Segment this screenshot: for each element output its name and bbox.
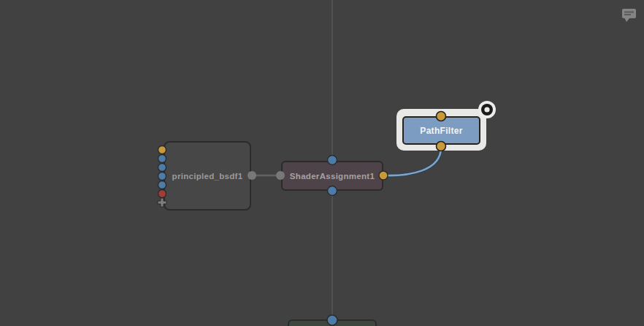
filter-wire-outline [385,148,441,175]
node-principled-bsdf1[interactable]: principled_bsdf1 [164,141,251,211]
port-principled-input-gold[interactable] [158,146,166,154]
port-pathfilter-out[interactable] [437,142,446,151]
port-shaderassignment-out[interactable] [328,186,337,196]
port-shaderassignment-filter[interactable] [379,171,388,180]
port-shaderassignment-in[interactable] [328,156,337,165]
focus-indicator[interactable] [478,101,496,118]
port-shaderassignment-shader-input[interactable] [276,171,285,180]
port-principled-input-blue-2[interactable] [158,164,166,172]
port-principled-input-blue-3[interactable] [158,173,166,181]
port-bottom-node-in[interactable] [327,315,337,325]
port-principled-input-red[interactable] [158,190,166,198]
port-principled-input-blue-1[interactable] [158,155,166,163]
port-principled-input-blue-4[interactable] [158,181,166,189]
port-principled-output[interactable] [248,171,256,180]
node-graph-canvas[interactable]: principled_bsdf1 ShaderAssignment1 PathF… [0,0,644,326]
filter-wire[interactable] [385,148,441,175]
port-pathfilter-in[interactable] [437,112,446,121]
node-pathfilter-label: PathFilter [420,126,462,136]
node-shaderassignment1-label: ShaderAssignment1 [290,172,375,181]
annotation-bubble-icon [622,9,636,22]
node-principled-bsdf1-label: principled_bsdf1 [172,172,243,181]
